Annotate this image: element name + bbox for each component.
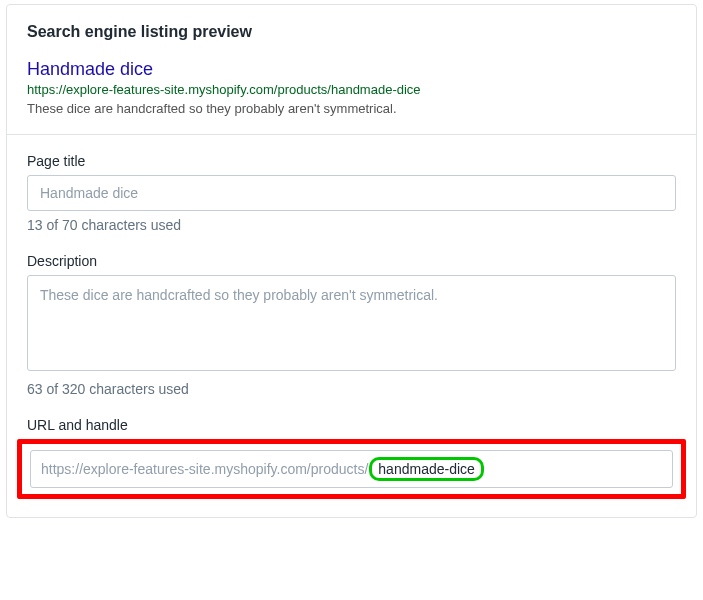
- url-handle-label: URL and handle: [27, 417, 676, 433]
- preview-title: Handmade dice: [27, 59, 676, 80]
- page-title-helper: 13 of 70 characters used: [27, 217, 676, 233]
- description-field: Description These dice are handcrafted s…: [27, 253, 676, 397]
- url-prefix: https://explore-features-site.myshopify.…: [41, 461, 368, 477]
- page-title-input[interactable]: [27, 175, 676, 211]
- section-heading: Search engine listing preview: [27, 23, 676, 41]
- url-handle-value: handmade-dice: [369, 457, 484, 481]
- url-handle-field: URL and handle https://explore-features-…: [27, 417, 676, 499]
- preview-url: https://explore-features-site.myshopify.…: [27, 82, 676, 97]
- annotation-highlight-red: https://explore-features-site.myshopify.…: [17, 439, 686, 499]
- seo-listing-card: Search engine listing preview Handmade d…: [6, 4, 697, 518]
- description-input[interactable]: These dice are handcrafted so they proba…: [27, 275, 676, 371]
- preview-section: Search engine listing preview Handmade d…: [7, 5, 696, 134]
- url-handle-input[interactable]: https://explore-features-site.myshopify.…: [30, 450, 673, 488]
- page-title-field: Page title 13 of 70 characters used: [27, 153, 676, 233]
- page-title-label: Page title: [27, 153, 676, 169]
- description-label: Description: [27, 253, 676, 269]
- preview-description: These dice are handcrafted so they proba…: [27, 101, 676, 116]
- description-helper: 63 of 320 characters used: [27, 381, 676, 397]
- edit-section: Page title 13 of 70 characters used Desc…: [7, 134, 696, 517]
